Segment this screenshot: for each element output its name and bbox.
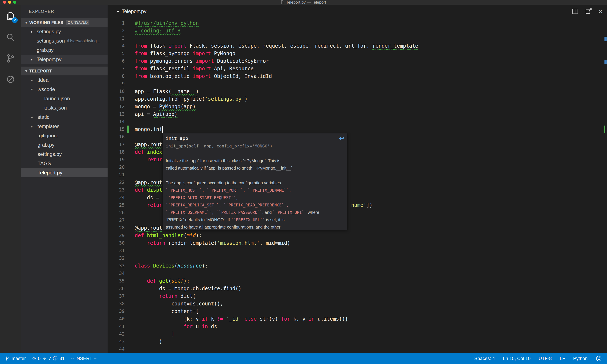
code-line[interactable]: 40 {k: v if k != '_id' else str(v) for k… — [108, 315, 607, 323]
unsaved-badge: 2 UNSAVED — [66, 20, 89, 25]
line-number: 25 — [108, 201, 125, 209]
code-line[interactable]: 4from flask import Flask, session, escap… — [108, 42, 607, 50]
code-line[interactable]: 39 content=[ — [108, 308, 607, 315]
code-line[interactable]: 29def html_handler(mid): — [108, 232, 607, 239]
code-line[interactable]: 13api = Api(app) — [108, 110, 607, 118]
popup-doc-line — [166, 150, 344, 157]
tree-item[interactable]: tasks.json — [21, 103, 108, 113]
line-number: 9 — [108, 80, 125, 88]
file-name: static — [38, 114, 49, 120]
code-line[interactable]: 33class Devices(Resource): — [108, 262, 607, 270]
code-line[interactable]: 37 return dict( — [108, 292, 607, 300]
code-line[interactable]: 7from flask_restful import Api, Resource — [108, 65, 607, 72]
open-preview-icon[interactable] — [585, 8, 592, 15]
dirty-indicator-icon: ● — [117, 9, 119, 14]
tree-item[interactable]: launch.json — [21, 94, 108, 103]
tree-item[interactable]: TAGS — [21, 159, 108, 168]
working-file-item[interactable]: ●Teleport.py — [21, 55, 108, 64]
working-file-item[interactable]: settings.json/Users/coldwing... — [21, 36, 108, 46]
code-line[interactable]: 15mongo.ini — [108, 126, 607, 133]
feedback-smiley-button[interactable] — [596, 355, 602, 362]
code-line[interactable]: 30 return render_template('mission.html'… — [108, 239, 607, 247]
code-line[interactable]: 14 — [108, 118, 607, 126]
popup-doc-line: ``PREFIX_USERNAME``, ``PREFIX_PASSWORD``… — [166, 209, 344, 216]
line-number: 22 — [108, 179, 125, 186]
chevron-right-icon: ▸ — [31, 78, 33, 82]
file-name: tasks.json — [44, 105, 67, 111]
code-line[interactable]: 1#!/usr/bin/env python — [108, 19, 607, 27]
split-editor-icon[interactable] — [572, 8, 579, 15]
cursor-position-indicator[interactable]: Ln 15, Col 10 — [503, 356, 531, 361]
code-line[interactable]: 31 — [108, 247, 607, 254]
line-number: 33 — [108, 262, 125, 270]
text-cursor — [162, 126, 163, 133]
code-line[interactable]: 6from pymongo.errors import DuplicateKey… — [108, 57, 607, 65]
close-editor-icon[interactable]: × — [599, 8, 602, 14]
line-number: 8 — [108, 72, 125, 80]
file-name: Teleport.py — [37, 56, 61, 62]
tree-item[interactable]: settings.py — [21, 150, 108, 159]
code-area[interactable]: 1#!/usr/bin/env python2# coding: utf-834… — [108, 18, 607, 353]
code-line[interactable]: 3 — [108, 35, 607, 42]
file-name: .vscode — [38, 86, 55, 92]
code-line[interactable]: 41 for u in ds — [108, 323, 607, 330]
info-count: 31 — [59, 356, 65, 361]
debug-activity-button[interactable] — [0, 69, 21, 90]
eol-indicator[interactable]: LF — [560, 356, 565, 361]
code-line[interactable]: 2# coding: utf-8 — [108, 27, 607, 35]
tree-item[interactable]: .gitignore — [21, 131, 108, 140]
tree-item[interactable]: ▾.vscode — [21, 85, 108, 94]
line-number: 28 — [108, 224, 125, 232]
line-number: 31 — [108, 247, 125, 254]
problems-indicator[interactable]: ⊘ 0 ⚠ 7 ⓘ 31 — [32, 355, 65, 362]
go-back-icon[interactable]: ↩ — [339, 135, 344, 142]
search-icon — [6, 32, 15, 42]
indentation-indicator[interactable]: Spaces: 4 — [474, 356, 495, 361]
code-line[interactable]: 9 — [108, 80, 607, 88]
tree-item[interactable]: grab.py — [21, 140, 108, 150]
code-line[interactable]: 35 def get(self): — [108, 277, 607, 285]
code-line[interactable]: 44 — [108, 345, 607, 353]
git-branch-indicator[interactable]: master — [5, 356, 26, 361]
window-title: Teleport.py — Teleport — [286, 0, 326, 5]
explorer-activity-button[interactable]: 2 — [0, 6, 21, 27]
line-number: 14 — [108, 118, 125, 126]
tree-item[interactable]: ▸.idea — [21, 75, 108, 85]
line-number: 30 — [108, 239, 125, 247]
line-number: 39 — [108, 308, 125, 315]
code-line[interactable]: 42 ] — [108, 330, 607, 338]
code-line[interactable]: 11app.config.from_pyfile('settings.py') — [108, 95, 607, 103]
working-file-item[interactable]: ●settings.py — [21, 27, 108, 36]
working-file-item[interactable]: grab.py — [21, 46, 108, 55]
code-line[interactable]: 10app = Flask(__name__) — [108, 88, 607, 95]
popup-title: init_app — [166, 135, 188, 142]
code-line[interactable]: 38 count=ds.count(), — [108, 300, 607, 308]
line-number: 17 — [108, 141, 125, 148]
tab-bar: ● Teleport.py × — [108, 5, 607, 18]
working-files-list: ●settings.pysettings.json/Users/coldwing… — [21, 27, 108, 64]
code-line[interactable]: 43 ) — [108, 338, 607, 345]
intellisense-popup[interactable]: init_app ↩ init_app(self, app, config_pr… — [163, 133, 347, 230]
search-activity-button[interactable] — [0, 27, 21, 48]
code-line[interactable]: 34 — [108, 270, 607, 277]
line-number: 32 — [108, 254, 125, 262]
code-line[interactable]: 5from flask_pymongo import PyMongo — [108, 50, 607, 57]
language-indicator[interactable]: Python — [573, 356, 588, 361]
code-line[interactable]: 32 — [108, 254, 607, 262]
working-files-header[interactable]: ▾ WORKING FILES 2 UNSAVED — [21, 18, 108, 27]
code-line[interactable]: 36 ds = mongo.db.device.find() — [108, 285, 607, 292]
popup-doc-line: ``PREFIX_REPLICA_SET``, ``PREFIX_READ_PR… — [166, 201, 344, 209]
tab-teleport-py[interactable]: ● Teleport.py — [108, 8, 146, 14]
vim-mode-indicator: -- INSERT -- — [71, 356, 97, 361]
code-line[interactable]: 12mongo = PyMongo(app) — [108, 103, 607, 110]
tree-item[interactable]: ▸templates — [21, 122, 108, 131]
title-bar[interactable]: Teleport.py — Teleport — [0, 0, 607, 5]
tree-item[interactable]: Teleport.py — [21, 168, 108, 177]
git-activity-button[interactable] — [0, 48, 21, 69]
tree-item[interactable]: ▸static — [21, 113, 108, 122]
folder-section-header[interactable]: ▾ TELEPORT — [21, 66, 108, 75]
encoding-indicator[interactable]: UTF-8 — [538, 356, 552, 361]
unsaved-count-badge: 2 — [12, 17, 18, 23]
code-line[interactable]: 8from bson.objectid import ObjectId, Inv… — [108, 72, 607, 80]
line-number: 12 — [108, 103, 125, 110]
